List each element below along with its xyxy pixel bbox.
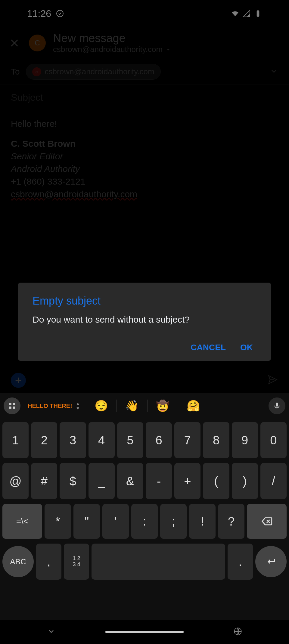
confirm-dialog: Empty subject Do you want to send withou… [18, 283, 271, 361]
suggestion-arrows[interactable]: ▲▼ [76, 401, 80, 411]
key-symbols[interactable]: =\< [2, 504, 42, 539]
key-sym[interactable]: ; [160, 504, 187, 539]
key-sym[interactable]: @ [2, 463, 29, 499]
key-comma[interactable]: , [36, 544, 61, 580]
mic-button[interactable] [269, 397, 285, 414]
dialog-title: Empty subject [33, 295, 256, 307]
svg-rect-6 [13, 406, 15, 409]
svg-rect-3 [9, 403, 11, 405]
svg-rect-7 [276, 403, 278, 406]
key-9[interactable]: 9 [232, 422, 258, 458]
key-enter[interactable] [255, 546, 287, 577]
cancel-button[interactable]: CANCEL [191, 343, 226, 352]
key-4[interactable]: 4 [89, 422, 115, 458]
key-space[interactable] [92, 544, 225, 580]
key-sym[interactable]: ) [232, 463, 258, 499]
chevron-down-icon [47, 627, 55, 636]
mic-icon [273, 402, 281, 410]
suggestion-bar: HELLO THERE! ▲▼ 😌 👋 🤠 🤗 [0, 393, 289, 419]
grid-button[interactable] [4, 397, 20, 414]
key-sym[interactable]: / [260, 463, 287, 499]
key-sym[interactable]: * [45, 504, 71, 539]
key-5[interactable]: 5 [117, 422, 143, 458]
backspace-icon [261, 515, 273, 527]
key-sym[interactable]: : [131, 504, 158, 539]
key-sym[interactable]: ? [218, 504, 244, 539]
key-numpad[interactable]: 1 2 3 4 [64, 544, 89, 580]
nav-globe[interactable] [234, 627, 242, 637]
dialog-message: Do you want to send without a subject? [33, 314, 256, 325]
grid-icon [8, 402, 16, 410]
nav-bar [0, 620, 289, 644]
emoji-suggestion[interactable]: 😌 [86, 400, 117, 412]
emoji-suggestion[interactable]: 👋 [117, 400, 147, 412]
key-sym[interactable]: ( [203, 463, 229, 499]
key-sym[interactable]: + [174, 463, 200, 499]
key-sym[interactable]: $ [60, 463, 86, 499]
enter-icon [266, 556, 276, 567]
key-abc[interactable]: ABC [2, 546, 34, 577]
key-sym[interactable]: ' [102, 504, 129, 539]
key-sym[interactable]: ! [189, 504, 216, 539]
key-2[interactable]: 2 [31, 422, 57, 458]
svg-rect-5 [9, 406, 11, 409]
globe-icon [234, 627, 242, 636]
key-sym[interactable]: & [117, 463, 143, 499]
key-period[interactable]: . [228, 544, 253, 580]
key-sym[interactable]: _ [89, 463, 115, 499]
nav-pill[interactable] [105, 631, 184, 633]
key-sym[interactable]: " [73, 504, 100, 539]
key-7[interactable]: 7 [174, 422, 200, 458]
key-3[interactable]: 3 [60, 422, 86, 458]
nav-back[interactable] [47, 627, 55, 637]
key-sym[interactable]: # [31, 463, 57, 499]
suggestion-sticker[interactable]: HELLO THERE! [28, 403, 72, 409]
key-0[interactable]: 0 [260, 422, 287, 458]
key-8[interactable]: 8 [203, 422, 229, 458]
key-sym[interactable]: - [146, 463, 172, 499]
svg-rect-4 [13, 403, 15, 405]
key-backspace[interactable] [247, 504, 287, 539]
emoji-suggestion[interactable]: 🤗 [178, 400, 209, 412]
key-6[interactable]: 6 [146, 422, 172, 458]
key-1[interactable]: 1 [2, 422, 29, 458]
keyboard: HELLO THERE! ▲▼ 😌 👋 🤠 🤗 1234567890 @#$_&… [0, 393, 289, 620]
ok-button[interactable]: OK [240, 343, 253, 352]
emoji-suggestion[interactable]: 🤠 [147, 400, 178, 412]
